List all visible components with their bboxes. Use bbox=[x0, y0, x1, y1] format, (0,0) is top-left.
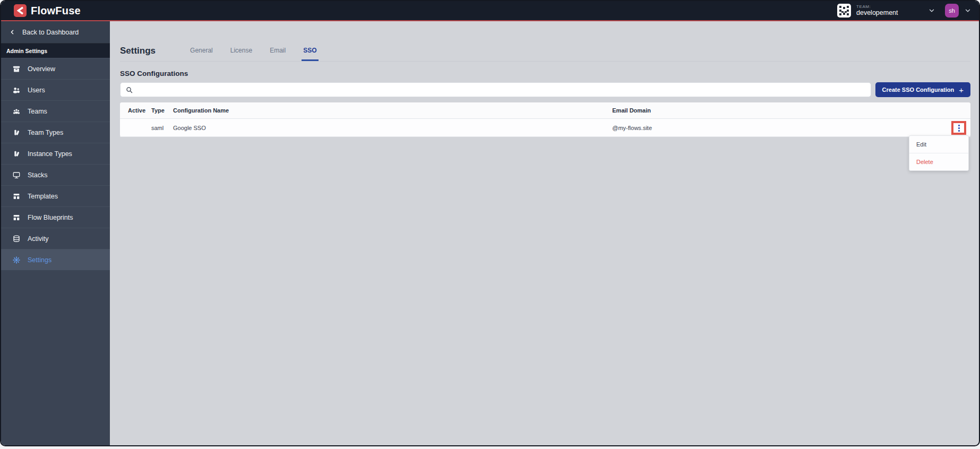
context-menu-edit[interactable]: Edit bbox=[909, 136, 968, 153]
stacks-icon bbox=[12, 171, 21, 179]
sidebar-item-instance-types[interactable]: Instance Types bbox=[1, 143, 110, 164]
top-header: FlowFuse TEAM: developement sh bbox=[1, 1, 979, 21]
create-sso-configuration-button[interactable]: Create SSO Configuration + bbox=[875, 82, 970, 97]
create-sso-button-label: Create SSO Configuration bbox=[882, 87, 955, 93]
sidebar-item-flow-blueprints[interactable]: Flow Blueprints bbox=[1, 206, 110, 228]
app-window: FlowFuse TEAM: developement sh bbox=[0, 0, 980, 446]
settings-icon bbox=[12, 256, 21, 264]
flowfuse-logo-icon bbox=[14, 4, 27, 17]
user-menu[interactable]: sh bbox=[945, 4, 972, 18]
chevron-left-icon bbox=[9, 29, 16, 36]
templates-icon bbox=[12, 192, 21, 201]
sidebar-section-label: Admin Settings bbox=[1, 44, 110, 58]
sidebar-item-label: Settings bbox=[28, 256, 51, 264]
team-types-icon bbox=[12, 128, 21, 137]
sidebar-item-label: Stacks bbox=[28, 171, 48, 179]
sidebar-item-activity[interactable]: Activity bbox=[1, 228, 110, 249]
chevron-down-icon bbox=[964, 7, 972, 14]
sidebar-item-label: Overview bbox=[28, 65, 55, 73]
search-box[interactable] bbox=[120, 82, 871, 97]
sidebar-item-overview[interactable]: Overview bbox=[1, 58, 110, 79]
row-context-menu: Edit Delete bbox=[909, 135, 969, 171]
instance-types-icon bbox=[12, 150, 21, 158]
team-name: developement bbox=[856, 9, 898, 16]
plus-icon: + bbox=[959, 85, 964, 94]
kebab-menu-button[interactable] bbox=[951, 121, 966, 135]
tab-email[interactable]: Email bbox=[268, 47, 287, 61]
sidebar-item-label: Flow Blueprints bbox=[28, 214, 73, 221]
section-title: SSO Configurations bbox=[120, 70, 970, 77]
users-icon bbox=[12, 86, 21, 94]
sidebar-item-templates[interactable]: Templates bbox=[1, 185, 110, 206]
sidebar-item-label: Teams bbox=[28, 108, 47, 115]
sidebar-item-team-types[interactable]: Team Types bbox=[1, 122, 110, 143]
col-type: Type bbox=[151, 107, 173, 114]
kebab-icon bbox=[958, 125, 960, 132]
overview-icon bbox=[12, 65, 21, 73]
sidebar-item-label: Team Types bbox=[28, 129, 63, 136]
context-menu-delete[interactable]: Delete bbox=[909, 153, 968, 170]
cell-configuration-name[interactable]: Google SSO bbox=[173, 125, 612, 131]
search-icon bbox=[125, 86, 133, 94]
teams-icon bbox=[12, 107, 21, 116]
sidebar-item-label: Instance Types bbox=[28, 150, 72, 158]
settings-tabbar: Settings General License Email SSO bbox=[120, 46, 970, 62]
table-header-row: Active Type Configuration Name Email Dom… bbox=[120, 102, 970, 119]
row-actions-cell: Edit Delete bbox=[945, 119, 970, 137]
back-label: Back to Dashboard bbox=[22, 29, 79, 36]
chevron-down-icon bbox=[928, 7, 935, 14]
page-title: Settings bbox=[120, 46, 156, 61]
col-email-domain: Email Domain bbox=[612, 107, 945, 114]
cell-type[interactable]: saml bbox=[151, 125, 173, 131]
tab-license[interactable]: License bbox=[229, 47, 254, 61]
col-configuration-name: Configuration Name bbox=[173, 107, 612, 114]
tab-sso[interactable]: SSO bbox=[302, 47, 318, 61]
back-to-dashboard-link[interactable]: Back to Dashboard bbox=[1, 21, 110, 44]
sidebar-item-stacks[interactable]: Stacks bbox=[1, 164, 110, 185]
avatar: sh bbox=[945, 4, 959, 18]
search-input[interactable] bbox=[137, 86, 866, 93]
team-label: TEAM: bbox=[856, 4, 898, 9]
flow-blueprints-icon bbox=[12, 213, 21, 222]
sso-configurations-table: Active Type Configuration Name Email Dom… bbox=[120, 102, 970, 137]
brand[interactable]: FlowFuse bbox=[14, 4, 81, 17]
table-row[interactable]: saml Google SSO @my-flows.site Edit Dele… bbox=[120, 119, 970, 137]
sidebar-item-label: Users bbox=[28, 87, 45, 94]
sidebar-item-settings[interactable]: Settings bbox=[1, 249, 110, 270]
tab-general[interactable]: General bbox=[188, 47, 214, 61]
main-content: Settings General License Email SSO SSO C… bbox=[110, 21, 979, 446]
team-selector[interactable]: TEAM: developement bbox=[837, 4, 935, 18]
team-identicon bbox=[837, 4, 851, 18]
activity-icon bbox=[12, 235, 21, 243]
cell-email-domain[interactable]: @my-flows.site bbox=[612, 125, 945, 131]
sidebar-item-teams[interactable]: Teams bbox=[1, 100, 110, 122]
brand-name: FlowFuse bbox=[31, 5, 81, 17]
sidebar-item-label: Activity bbox=[28, 235, 49, 243]
col-active: Active bbox=[128, 107, 151, 114]
sidebar-item-label: Templates bbox=[28, 193, 58, 200]
sidebar-item-users[interactable]: Users bbox=[1, 79, 110, 100]
admin-sidebar: Back to Dashboard Admin Settings Overvie… bbox=[1, 21, 110, 446]
